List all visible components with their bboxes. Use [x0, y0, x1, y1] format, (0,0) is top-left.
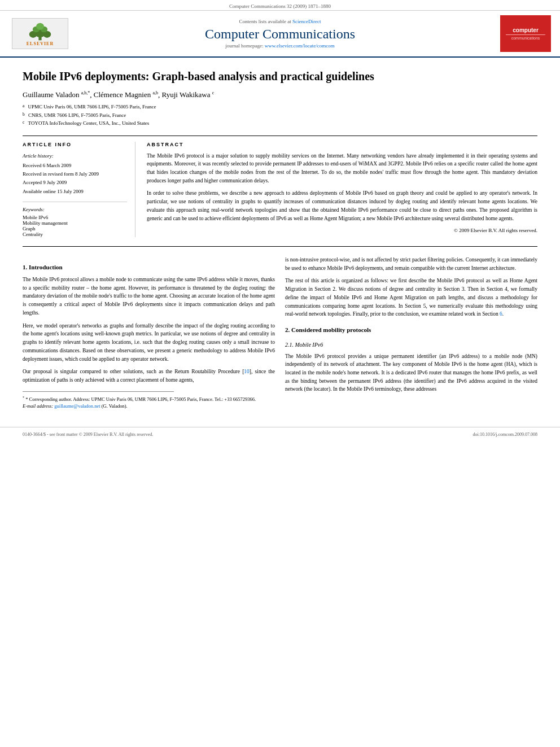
footnote: * * Corresponding author. Address: UPMC …: [23, 395, 275, 410]
ref-10[interactable]: 10: [244, 369, 250, 374]
article-info-col: ARTICLE INFO Article history: Received 6…: [23, 142, 135, 237]
body-left-col: 1. Introduction The Mobile IPv6 protocol…: [23, 256, 275, 410]
bottom-bar: 0140-3664/$ - see front matter © 2009 El…: [0, 427, 560, 442]
right-logo-box: computer communications: [500, 15, 551, 52]
right-logo-sub: communications: [511, 36, 540, 40]
paper-content: Mobile IPv6 deployments: Graph-based ana…: [0, 58, 560, 421]
available-date: Available online 15 July 2009: [23, 187, 127, 196]
elsevier-logo-box: ELSEVIER: [12, 18, 68, 49]
copyright-line: © 2009 Elsevier B.V. All rights reserved…: [147, 227, 537, 235]
journal-homepage: journal homepage: www.elsevier.com/locat…: [71, 43, 489, 49]
article-info-label: ARTICLE INFO: [23, 142, 127, 147]
keyword-1: Mobile IPv6: [23, 215, 127, 220]
svg-point-6: [36, 23, 44, 29]
keyword-3: Graph: [23, 226, 127, 231]
revised-date: Received in revised form 8 July 2009: [23, 170, 127, 178]
right-intro-p1: is non-intrusive protocol-wise, and is n…: [285, 256, 537, 272]
keyword-2: Mobility management: [23, 220, 127, 226]
doi: doi:10.1016/j.comcom.2009.07.008: [473, 432, 537, 437]
sciencedirect-line: Contents lists available at ScienceDirec…: [71, 19, 489, 24]
abstract-text: The Mobile IPv6 protocol is a major solu…: [147, 152, 537, 235]
elsevier-label: ELSEVIER: [27, 41, 54, 46]
journal-citation: Computer Communications 32 (2009) 1871–1…: [229, 3, 331, 9]
authors-line: Guillaume Valadon a,b,*, Clémence Magnie…: [23, 90, 537, 99]
copyright-notice: 0140-3664/$ - see front matter © 2009 El…: [23, 432, 153, 437]
keywords-title: Keywords:: [23, 207, 127, 212]
homepage-link[interactable]: www.elsevier.com/locate/comcom: [265, 43, 335, 49]
abstract-label: ABSTRACT: [147, 142, 537, 147]
elsevier-logo-area: ELSEVIER: [9, 18, 71, 49]
body-right-col: is non-intrusive protocol-wise, and is n…: [285, 256, 537, 410]
abstract-p2: In order to solve these problems, we des…: [147, 189, 537, 222]
article-info-abstract: ARTICLE INFO Article history: Received 6…: [23, 136, 537, 237]
journal-header: ELSEVIER Contents lists available at Sci…: [0, 11, 560, 58]
intro-p1: The Mobile IPv6 protocol allows a mobile…: [23, 276, 275, 317]
keywords-section: Keywords: Mobile IPv6 Mobility managemen…: [23, 202, 127, 237]
body-two-col: 1. Introduction The Mobile IPv6 protocol…: [23, 256, 537, 410]
section2-p1: The Mobile IPv6 protocol provides a uniq…: [285, 352, 537, 394]
page-wrapper: Computer Communications 32 (2009) 1871–1…: [0, 0, 560, 747]
elsevier-tree-icon: [23, 21, 57, 41]
section2-heading: 2. Considered mobility protocols: [285, 325, 537, 335]
abstract-p1: The Mobile IPv6 protocol is a major solu…: [147, 152, 537, 185]
right-logo-area: computer communications: [489, 15, 551, 52]
section-divider: [23, 246, 537, 247]
affiliations: a UPMC Univ Paris 06, UMR 7606 LIP6, F-7…: [23, 103, 537, 127]
keyword-4: Centrality: [23, 231, 127, 237]
paper-title: Mobile IPv6 deployments: Graph-based ana…: [23, 69, 537, 84]
footnote-divider: [23, 391, 174, 392]
intro-heading: 1. Introduction: [23, 263, 275, 272]
intro-p3: Our proposal is singular compared to oth…: [23, 368, 275, 384]
journal-center-info: Contents lists available at ScienceDirec…: [71, 19, 489, 49]
right-logo-title: computer: [513, 27, 539, 33]
accepted-date: Accepted 9 July 2009: [23, 178, 127, 187]
ref-6[interactable]: 6: [500, 311, 502, 317]
received-date: Received 6 March 2009: [23, 161, 127, 170]
journal-title-main: Computer Communications: [71, 27, 489, 42]
right-intro-p2: The rest of this article is organized as…: [285, 277, 537, 318]
history-title: Article history:: [23, 152, 127, 160]
email-link[interactable]: guillaume@valadon.net: [54, 403, 100, 409]
section2-sub-heading: 2.1. Mobile IPv6: [285, 340, 537, 350]
journal-citation-bar: Computer Communications 32 (2009) 1871–1…: [0, 0, 560, 11]
article-history: Article history: Received 6 March 2009 R…: [23, 152, 127, 196]
sciencedirect-link[interactable]: ScienceDirect: [292, 19, 321, 24]
intro-p2: Here, we model operator's networks as gr…: [23, 322, 275, 364]
abstract-col: ABSTRACT The Mobile IPv6 protocol is a m…: [147, 142, 537, 237]
